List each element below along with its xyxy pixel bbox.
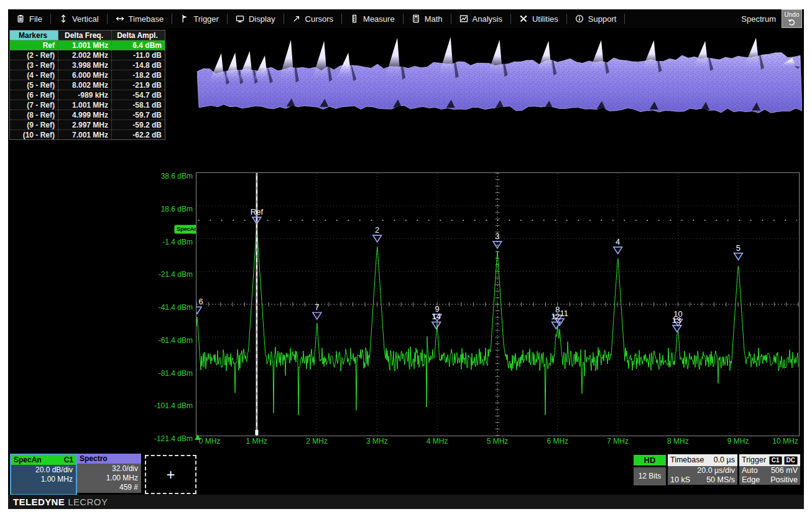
spectrogram-descriptor-box[interactable]: Spectro 32.0/div 1.00 MHz 459 # [77,454,141,493]
mode-label: Spectrum [741,14,776,24]
svg-text:11: 11 [560,309,568,318]
add-trace-button[interactable]: + [145,455,196,494]
marker-row[interactable]: (2 - Ref)2.002 MHz-11.0 dB [10,50,165,60]
measure-icon [350,14,359,23]
menu-item-measure[interactable]: Measure [342,9,403,28]
menu-separator [624,14,625,24]
trigger-source-badge: C1 [769,456,782,465]
brand-logo-lecroy: LECROY [68,497,108,507]
spectrogram-3d-view[interactable] [197,33,802,115]
brand-logo-teledyne: TELEDYNE [13,497,65,507]
spectro-title: Spectro [80,454,108,464]
x-axis-label: 7 MHz [599,437,637,446]
svg-text:7: 7 [315,302,319,312]
specan-scale: 20.0 dB/div [14,465,73,475]
svg-text:12: 12 [551,312,560,321]
specan-channel: C1 [64,455,73,465]
svg-text:4: 4 [616,237,620,246]
spectrum-plot[interactable]: Ref234567891011121314 [196,172,800,436]
marker-row[interactable]: (7 - Ref)1.001 MHz-58.1 dB [10,100,165,110]
spectro-span: 1.00 MHz [80,474,138,483]
x-axis-label: 2 MHz [298,437,336,446]
specan-descriptor-box[interactable]: SpecAn C1 20.0 dB/div 1.00 MHz [10,454,77,495]
y-axis-label: -1.4 dBm [148,238,193,246]
y-axis-label: -21.4 dBm [148,270,193,279]
y-axis-label: 38.6 dBm [148,172,193,180]
x-axis-label: 1 MHz [238,437,275,446]
y-axis-label: -41.4 dBm [148,303,193,312]
timebase-samples: 10 kS [670,475,690,485]
undo-button-label: Undo [785,12,800,18]
menu-item-file[interactable]: File [8,9,50,28]
marker-row[interactable]: (9 - Ref)2.997 MHz-59.2 dB [10,120,165,130]
marker-row[interactable]: (10 - Ref)7.001 MHz-62.2 dB [10,130,165,140]
spectro-scale: 32.0/div [80,464,138,474]
file-icon [16,14,25,23]
utilities-icon [519,14,528,23]
cursors-icon [292,14,301,23]
trigger-box[interactable]: Trigger C1 DC Auto 506 mV Edge Positive [739,454,800,485]
specan-title: SpecAn [14,455,42,465]
screenshot-root: FileVerticalTimebaseTriggerDisplayCursor… [0,0,812,514]
timebase-title: Timebase [670,454,704,466]
trigger-mode: Auto [742,466,758,475]
menu-item-display[interactable]: Display [228,9,284,28]
svg-text:5: 5 [736,243,740,253]
trigger-slope: Positive [770,475,798,485]
menu-item-analysis[interactable]: Analysis [451,9,510,28]
marker-row[interactable]: (6 - Ref)-989 kHz-54.7 dB [10,90,165,100]
marker-row[interactable]: (4 - Ref)6.000 MHz-18.2 dB [10,70,165,80]
timebase-scale: 20.0 µs/div [670,466,735,475]
hd-mode-badge[interactable]: HD [634,455,666,465]
trigger-icon [180,14,189,23]
svg-text:2: 2 [375,225,379,235]
menu-item-trigger[interactable]: Trigger [172,9,227,28]
svg-text:14: 14 [432,312,441,321]
delta-freq-header-cell[interactable]: Delta Freq. [58,30,112,40]
timebase-box[interactable]: Timebase 0.0 µs 20.0 µs/div 10 kS 50 MS/… [668,454,737,485]
delta-ampl-header-cell[interactable]: Delta Ampl. [112,30,165,40]
menu-item-utilities[interactable]: Utilities [511,9,566,28]
markers-table-header: Markers Delta Freq. Delta Ampl. [10,30,165,40]
timebase-icon [116,14,124,23]
menu-item-math[interactable]: Math [404,9,451,28]
marker-row[interactable]: (3 - Ref)3.998 MHz-14.8 dB [10,60,165,70]
frequency-origin-arrow [195,434,201,440]
trigger-level: 506 mV [771,466,798,475]
menu-item-timebase[interactable]: Timebase [108,9,172,28]
vertical-icon [59,14,68,23]
x-axis-label: 4 MHz [418,437,456,446]
x-axis-label: 10 MHz [767,437,804,446]
svg-text:6: 6 [198,297,203,306]
undo-icon [788,19,796,26]
y-axis-label: -61.4 dBm [148,336,193,345]
marker-row[interactable]: (5 - Ref)8.002 MHz-21.9 dB [10,80,165,90]
menu-item-support[interactable]: Support [567,9,625,28]
brand-logo: TELEDYNE LECROY [8,495,804,509]
marker-row[interactable]: (8 - Ref)4.999 MHz-59.7 dB [10,110,165,120]
menu-item-vertical[interactable]: Vertical [51,9,107,28]
menu-item-cursors[interactable]: Cursors [284,9,342,28]
svg-text:3: 3 [495,231,499,241]
spectro-count: 459 # [80,483,138,492]
x-axis-label: 9 MHz [719,437,757,446]
support-icon [575,14,584,23]
y-axis-label: -101.4 dBm [148,401,193,410]
hd-bits-box[interactable]: 12 Bits [634,467,666,485]
trigger-coupling-badge: DC [784,456,798,465]
trigger-type: Edge [742,475,760,485]
markers-header-cell[interactable]: Markers [10,30,58,40]
menu-bar: FileVerticalTimebaseTriggerDisplayCursor… [8,9,804,28]
y-axis-label: -121.4 dBm [148,434,193,443]
svg-text:13: 13 [672,315,681,325]
timebase-rate: 50 MS/s [706,475,735,485]
x-axis-label: 3 MHz [358,437,395,446]
trigger-title: Trigger [742,454,766,466]
timebase-offset: 0.0 µs [714,454,735,466]
marker-row[interactable]: Ref1.001 MHz6.4 dBm [10,40,165,50]
analysis-icon [459,14,468,23]
y-axis-label: -81.4 dBm [148,369,193,378]
markers-table: Markers Delta Freq. Delta Ampl. Ref1.001… [9,30,165,140]
undo-button[interactable]: Undo [782,9,802,28]
specan-span: 1.00 MHz [14,475,73,484]
